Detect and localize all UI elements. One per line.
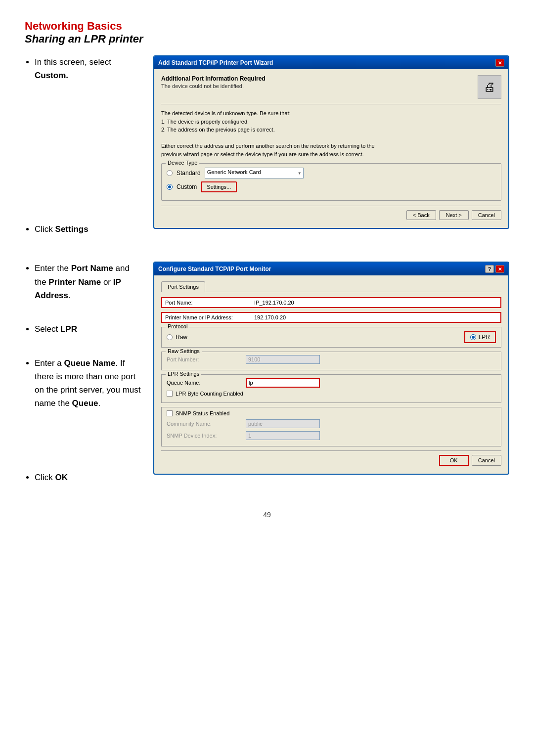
- note-click-settings: Click Settings: [35, 222, 143, 236]
- titlebar-controls-1: ✕: [495, 59, 504, 67]
- cancel-button-2[interactable]: Cancel: [472, 455, 501, 466]
- tab-port-settings[interactable]: Port Settings: [161, 281, 205, 292]
- device-index-input: [246, 431, 320, 440]
- device-type-label: Device Type: [166, 160, 199, 166]
- standard-select[interactable]: Generic Network Card: [205, 168, 304, 178]
- printer-name-label: Printer Name or IP Address:: [165, 314, 254, 320]
- raw-radio[interactable]: [167, 334, 173, 340]
- port-number-input: [246, 355, 320, 364]
- protocol-group: Protocol Raw LPR: [161, 327, 501, 348]
- dialog-2-button-row: OK Cancel: [161, 450, 501, 468]
- printer-name-row: Printer Name or IP Address:: [161, 312, 501, 323]
- dialog-1-button-row: < Back Next > Cancel: [161, 206, 501, 222]
- device-index-label: SNMP Device Index:: [167, 433, 246, 439]
- port-number-row: Port Number:: [167, 355, 496, 364]
- protocol-row: Raw LPR: [167, 331, 496, 343]
- lpr-label: LPR: [479, 334, 490, 341]
- snmp-label: SNMP Status Enabled: [176, 410, 229, 416]
- port-name-label: Port Name:: [165, 300, 254, 306]
- dialog-1-header-title: Additional Port Information Required: [161, 75, 266, 82]
- dialog-1-titlebar: Add Standard TCP/IP Printer Port Wizard …: [154, 56, 508, 69]
- note-select-lpr: Select LPR: [35, 322, 143, 336]
- page-title-area: Networking Basics Sharing an LPR printer: [25, 20, 509, 45]
- divider-1: [161, 104, 501, 104]
- queue-name-row: Queue Name:: [167, 378, 496, 388]
- section-2: Enter the Port Name and the Printer Name…: [25, 262, 509, 491]
- note-port-name: Enter the Port Name and the Printer Name…: [35, 262, 143, 302]
- page-title-main: Networking Basics: [25, 20, 509, 33]
- standard-select-wrapper: Generic Network Card: [205, 168, 304, 178]
- dialog-2-title: Configure Standard TCP/IP Port Monitor: [158, 266, 271, 272]
- dialog-1-body: The detected device is of unknown type. …: [161, 109, 501, 158]
- lpr-byte-row: LPR Byte Counting Enabled: [167, 391, 496, 397]
- dialog-1-header-sub: The device could not be identified.: [161, 83, 266, 89]
- port-name-input[interactable]: [254, 300, 497, 306]
- close-button-2[interactable]: ✕: [495, 265, 504, 273]
- raw-label: Raw: [176, 334, 187, 341]
- device-type-group: Device Type Standard Generic Network Car…: [161, 163, 501, 201]
- section-1: In this screen, select Custom. Click Set…: [25, 55, 509, 242]
- note-click-ok: Click OK: [35, 471, 143, 484]
- custom-radio[interactable]: [167, 184, 173, 190]
- snmp-group: SNMP Status Enabled Community Name: SNMP…: [161, 407, 501, 446]
- next-button[interactable]: Next >: [439, 210, 469, 220]
- dialog-1-header-text: Additional Port Information Required The…: [161, 75, 266, 89]
- cancel-button-1[interactable]: Cancel: [472, 210, 501, 220]
- back-button[interactable]: < Back: [406, 210, 436, 220]
- port-number-label: Port Number:: [167, 356, 246, 362]
- lpr-byte-checkbox[interactable]: [167, 391, 173, 397]
- custom-radio-row: Custom Settings...: [167, 181, 496, 192]
- printer-name-input[interactable]: [254, 314, 497, 320]
- standard-radio-row: Standard Generic Network Card: [167, 168, 496, 178]
- titlebar-controls-2: ? ✕: [485, 265, 504, 273]
- custom-label: Custom: [177, 183, 197, 190]
- dialog-2-content: Port Settings Port Name: Printer Name or…: [154, 275, 508, 474]
- raw-settings-group: Raw Settings Port Number:: [161, 352, 501, 370]
- raw-option: Raw: [167, 334, 187, 341]
- note-select-custom: In this screen, select Custom.: [35, 55, 143, 82]
- dialog-configure-port: Configure Standard TCP/IP Port Monitor ?…: [153, 262, 509, 475]
- port-name-row: Port Name:: [161, 297, 501, 308]
- lpr-settings-label: LPR Settings: [166, 371, 201, 377]
- lpr-byte-label: LPR Byte Counting Enabled: [176, 391, 243, 397]
- dialog-2-area: Configure Standard TCP/IP Port Monitor ?…: [153, 262, 509, 475]
- dialog-1-content: Additional Port Information Required The…: [154, 69, 508, 228]
- snmp-enabled-row: SNMP Status Enabled: [167, 410, 496, 416]
- printer-icon: 🖨: [478, 75, 501, 99]
- dialog-add-port-wizard: Add Standard TCP/IP Printer Port Wizard …: [153, 55, 509, 229]
- dialog-2-titlebar: Configure Standard TCP/IP Port Monitor ?…: [154, 263, 508, 275]
- tab-bar: Port Settings: [161, 281, 501, 292]
- community-input: [246, 419, 320, 428]
- dialog-1-header: Additional Port Information Required The…: [161, 75, 501, 99]
- queue-name-label: Queue Name:: [167, 380, 246, 386]
- community-label: Community Name:: [167, 421, 246, 427]
- community-row: Community Name:: [167, 419, 496, 428]
- device-index-row: SNMP Device Index:: [167, 431, 496, 440]
- left-notes-2: Enter the Port Name and the Printer Name…: [25, 262, 153, 491]
- settings-button[interactable]: Settings...: [201, 181, 237, 192]
- dialog-1-area: Add Standard TCP/IP Printer Port Wizard …: [153, 55, 509, 229]
- lpr-settings-group: LPR Settings Queue Name: LPR Byte Counti…: [161, 374, 501, 403]
- page-title-sub: Sharing an LPR printer: [25, 33, 509, 45]
- lpr-radio[interactable]: [470, 334, 476, 340]
- close-button-1[interactable]: ✕: [495, 59, 504, 67]
- protocol-label: Protocol: [166, 323, 189, 329]
- page-number: 49: [25, 511, 509, 519]
- help-button-2[interactable]: ?: [485, 265, 494, 273]
- standard-radio[interactable]: [167, 170, 173, 176]
- ok-button[interactable]: OK: [439, 455, 469, 466]
- dialog-1-title: Add Standard TCP/IP Printer Port Wizard: [158, 59, 273, 66]
- snmp-checkbox[interactable]: [167, 410, 173, 416]
- left-notes-1: In this screen, select Custom. Click Set…: [25, 55, 153, 242]
- standard-label: Standard: [177, 170, 201, 177]
- raw-settings-label: Raw Settings: [166, 348, 202, 354]
- lpr-highlight-box[interactable]: LPR: [464, 331, 496, 343]
- note-queue-name: Enter a Queue Name. If there is more tha…: [35, 356, 143, 410]
- lpr-option: LPR: [464, 331, 496, 343]
- queue-name-input[interactable]: [246, 378, 320, 388]
